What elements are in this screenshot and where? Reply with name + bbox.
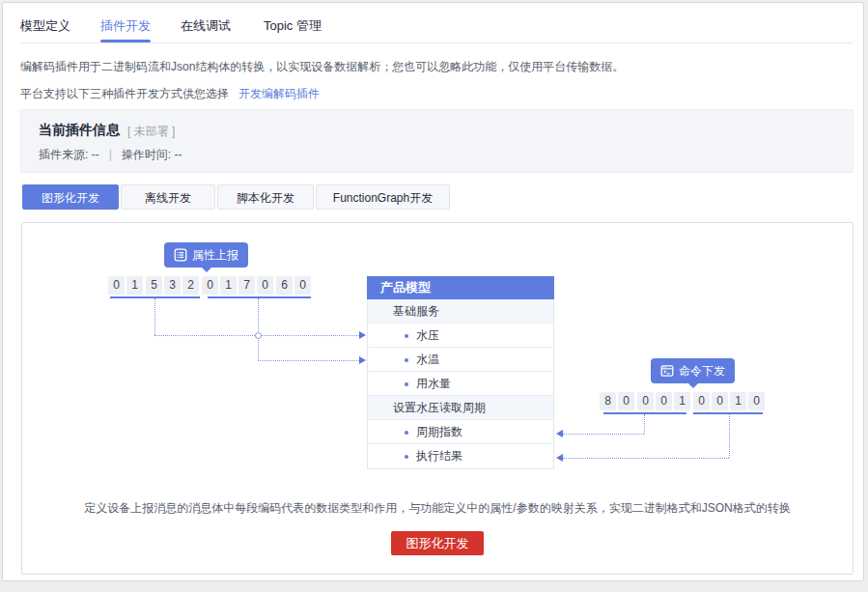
bullet-icon <box>405 382 408 386</box>
report-digit: 0 <box>257 276 273 295</box>
connector-line <box>563 458 729 459</box>
mode-button-graphical[interactable]: 图形化开发 <box>22 184 119 210</box>
bullet-icon <box>405 455 408 459</box>
connector-line <box>154 298 155 335</box>
arrow-left-icon <box>556 430 563 437</box>
property-report-badge: 属性上报 <box>164 242 248 268</box>
table-row-water-pressure: 水压 <box>368 324 553 348</box>
table-row-command-section: 设置水压读取周期 <box>368 396 553 420</box>
report-digit: 0 <box>108 276 125 295</box>
report-digit: 3 <box>164 276 181 295</box>
product-model-header: 产品模型 <box>367 276 554 299</box>
command-digit: 0 <box>693 392 710 410</box>
meta-separator: | <box>109 148 112 161</box>
product-model-table: 产品模型 基础服务 水压 水温 用水量 设置水压读取周期 周期指数 执行结果 <box>367 276 554 469</box>
connector-line <box>563 434 644 435</box>
arrow-right-icon <box>359 331 366 339</box>
dev-choice-text: 平台支持以下三种插件开发方式供您选择 <box>20 87 229 100</box>
report-digit: 1 <box>126 276 143 295</box>
report-digit: 0 <box>294 276 311 295</box>
row-label: 执行结果 <box>416 449 462 463</box>
screenshot-stage: 模型定义 插件开发 在线调试 Topic 管理 编解码插件用于二进制码流和Jso… <box>0 0 868 592</box>
tab-plugin-development[interactable]: 插件开发 <box>100 17 151 35</box>
tab-divider <box>20 42 854 43</box>
bullet-icon <box>405 431 408 435</box>
report-digit: 1 <box>220 276 237 295</box>
connector-line <box>258 360 359 361</box>
table-row-service-section: 基础服务 <box>368 299 553 324</box>
current-plugin-info-box: 当前插件信息 [ 未部署 ] 插件来源: --|操作时间: -- <box>20 109 854 173</box>
plugin-status-badge: [ 未部署 ] <box>127 124 175 140</box>
command-digit: 0 <box>656 392 672 410</box>
plugin-meta-line: 插件来源: --|操作时间: -- <box>39 147 182 163</box>
codec-description: 编解码插件用于二进制码流和Json结构体的转换，以实现设备数据解析；您也可以忽略… <box>20 59 624 75</box>
report-digit: 7 <box>238 276 255 295</box>
list-icon <box>174 248 187 262</box>
arrow-right-icon <box>359 356 366 364</box>
mode-button-script[interactable]: 脚本化开发 <box>217 184 314 210</box>
command-digit: 1 <box>674 392 690 410</box>
report-segment-underline <box>208 296 311 298</box>
command-segment-underline <box>693 412 763 414</box>
command-delivery-badge: 命令下发 <box>651 358 735 383</box>
row-label: 水压 <box>416 328 439 342</box>
row-label: 用水量 <box>416 377 451 390</box>
bullet-icon <box>405 358 408 362</box>
diagram-caption: 定义设备上报消息的消息体中每段编码代表的数据类型和作用，与功能定义中的属性/参数… <box>22 500 853 517</box>
tab-online-debug[interactable]: 在线调试 <box>181 17 231 35</box>
report-digit: 6 <box>276 276 293 295</box>
command-digit: 0 <box>637 392 654 410</box>
connector-crossing <box>255 332 262 339</box>
mode-button-offline[interactable]: 离线开发 <box>121 184 215 210</box>
connector-line <box>258 298 259 360</box>
property-report-label: 属性上报 <box>192 247 238 264</box>
dev-choice-line: 平台支持以下三种插件开发方式供您选择开发编解码插件 <box>20 86 320 102</box>
tab-model-definition[interactable]: 模型定义 <box>20 17 70 35</box>
command-segment-underline <box>603 412 686 414</box>
table-row-period-index: 周期指数 <box>368 420 553 444</box>
table-row-exec-result: 执行结果 <box>368 444 553 468</box>
report-digit: 5 <box>146 276 162 295</box>
connector-line <box>729 414 730 458</box>
command-digit: 8 <box>600 392 616 410</box>
develop-codec-plugin-link[interactable]: 开发编解码插件 <box>238 87 320 100</box>
report-digit: 2 <box>182 276 199 295</box>
command-digit: 0 <box>618 392 634 410</box>
plugin-development-page: 模型定义 插件开发 在线调试 Topic 管理 编解码插件用于二进制码流和Jso… <box>2 2 864 581</box>
arrow-left-icon <box>556 454 563 462</box>
row-label: 水温 <box>416 352 439 366</box>
row-label: 周期指数 <box>416 425 462 438</box>
graphical-development-button[interactable]: 图形化开发 <box>391 531 484 555</box>
table-row-water-usage: 用水量 <box>368 372 553 396</box>
command-delivery-label: 命令下发 <box>679 363 725 380</box>
plugin-operation-time: 操作时间: -- <box>122 148 182 161</box>
plugin-info-title: 当前插件信息 <box>39 122 120 139</box>
tab-topic-management[interactable]: Topic 管理 <box>264 17 322 35</box>
command-digit: 1 <box>730 392 746 410</box>
table-row-water-temperature: 水温 <box>368 348 553 372</box>
command-digit: 0 <box>748 392 765 410</box>
bullet-icon <box>405 334 408 338</box>
terminal-icon <box>660 364 674 378</box>
connector-line <box>644 414 645 434</box>
mode-button-functiongraph[interactable]: FunctionGraph开发 <box>316 184 450 210</box>
plugin-source: 插件来源: -- <box>39 148 99 161</box>
command-digit: 0 <box>712 392 728 410</box>
report-digit: 0 <box>202 276 218 295</box>
